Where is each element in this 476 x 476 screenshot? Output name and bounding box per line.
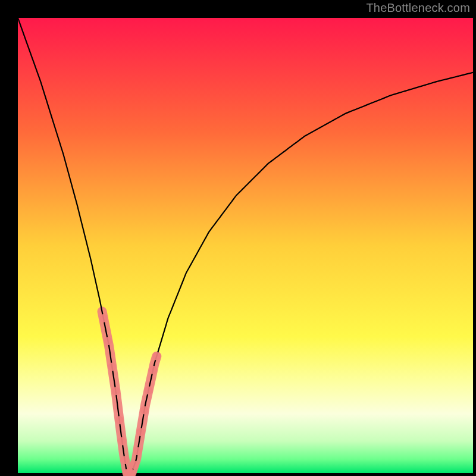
bead-marker (149, 366, 157, 374)
bead-marker (145, 386, 153, 394)
bead-marker (152, 352, 161, 361)
bead-marker (130, 461, 139, 469)
watermark-text: TheBottleneck.com (366, 1, 470, 15)
bead-marker (133, 447, 142, 455)
bead-marker (99, 314, 108, 322)
bead-marker (108, 363, 116, 371)
bead-marker (137, 428, 145, 436)
bead-marker (115, 416, 124, 424)
bottleneck-chart (0, 0, 476, 476)
plot-background (18, 18, 473, 473)
bead-marker (104, 337, 112, 345)
bead-marker (121, 456, 129, 464)
bead-marker (118, 437, 126, 445)
bead-marker (111, 387, 120, 395)
bead-marker (140, 406, 149, 414)
